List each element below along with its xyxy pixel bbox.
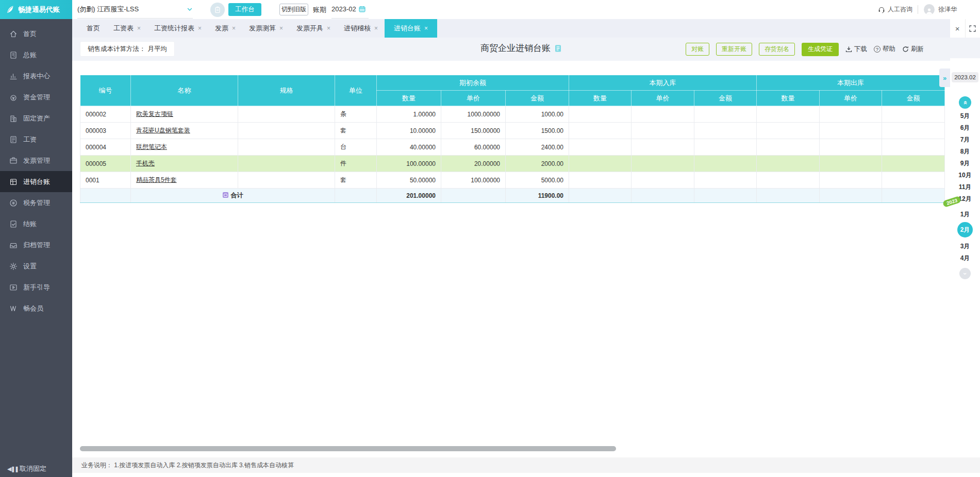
sidebar-item-guide[interactable]: 新手引导 bbox=[0, 277, 72, 298]
user-name[interactable]: 徐泽华 bbox=[938, 0, 957, 19]
month-6月[interactable]: 6月 bbox=[950, 123, 980, 133]
cost-method-label: 销售成本计算方法： bbox=[88, 45, 146, 54]
period-value: 2023-02 bbox=[331, 5, 356, 13]
close-tab-icon[interactable]: × bbox=[374, 25, 378, 31]
reopen-books-button[interactable]: 重新开账 bbox=[716, 43, 752, 56]
sidebar-item-purchase-sale-ledger[interactable]: 进销台账 bbox=[0, 171, 72, 192]
close-tab-icon[interactable]: × bbox=[279, 25, 283, 31]
tab-发票测算[interactable]: 发票测算× bbox=[242, 19, 290, 38]
company-select[interactable]: (勿删) 江西服宝-LSS bbox=[77, 0, 193, 19]
tab-label: 发票开具 bbox=[296, 24, 323, 33]
unpin-sidebar-button[interactable]: ◀❚❚ 取消固定 bbox=[7, 464, 46, 473]
app-title: 畅捷通易代账 bbox=[18, 5, 60, 14]
sub-header: 数量 bbox=[569, 91, 632, 106]
period-picker[interactable]: 2023-02 bbox=[331, 0, 369, 19]
sub-header: 金额 bbox=[694, 91, 757, 106]
collapse-panel-icon[interactable]: » bbox=[939, 69, 950, 87]
tab-首页[interactable]: 首页 bbox=[80, 19, 107, 38]
sidebar-item-funds[interactable]: 资金管理 bbox=[0, 87, 72, 108]
cell-out-amount bbox=[882, 172, 945, 189]
cell-spec bbox=[238, 156, 335, 172]
month-1月[interactable]: 1月 bbox=[950, 209, 980, 220]
cell-out-price bbox=[820, 123, 882, 139]
document-icon[interactable] bbox=[554, 44, 562, 53]
cell-open-price: 150.00000 bbox=[441, 123, 506, 139]
table-row: 0001精品茶具5件套套50.00000100.000005000.00 bbox=[80, 172, 945, 189]
help-button[interactable]: ? 帮助 bbox=[874, 45, 895, 54]
cell-in-amount bbox=[694, 139, 757, 156]
tab-进销稽核[interactable]: 进销稽核× bbox=[337, 19, 385, 38]
download-button[interactable]: 下载 bbox=[845, 45, 867, 54]
total-empty bbox=[80, 189, 131, 203]
scroll-months-up-icon[interactable]: » bbox=[959, 96, 971, 109]
close-tab-icon[interactable]: × bbox=[327, 25, 330, 31]
total-open-price bbox=[441, 189, 506, 203]
item-name-link[interactable]: 联想笔记本 bbox=[136, 143, 167, 150]
tab-进销台账[interactable]: 进销台账× bbox=[385, 19, 437, 38]
reconcile-button[interactable]: 对账 bbox=[686, 43, 709, 56]
workbench-button[interactable]: 工作台 bbox=[228, 3, 261, 16]
cell-code: 0001 bbox=[80, 172, 131, 189]
tab-工资表[interactable]: 工资表× bbox=[107, 19, 147, 38]
sidebar-item-tax[interactable]: 税务管理 bbox=[0, 192, 72, 213]
item-name-link[interactable]: 精品茶具5件套 bbox=[136, 176, 177, 183]
tab-工资统计报表[interactable]: 工资统计报表× bbox=[147, 19, 208, 38]
sub-header: 金额 bbox=[506, 91, 569, 106]
header-row-groups: 编号名称规格单位期初余额本期入库本期出库 bbox=[80, 75, 945, 91]
item-name-link[interactable]: 手机壳 bbox=[136, 160, 155, 167]
business-note-bar: 业务说明： 1.按进项发票自动入库 2.按销项发票自动出库 3.销售成本自动核算 bbox=[72, 457, 980, 473]
switch-old-version-button[interactable]: 切到旧版 bbox=[279, 4, 308, 15]
cell-open-amount: 1500.00 bbox=[506, 123, 569, 139]
month-2月[interactable]: 2月 bbox=[957, 222, 973, 237]
month-3月[interactable]: 3月 bbox=[950, 241, 980, 252]
invoice-icon bbox=[9, 157, 18, 165]
ledger-table: 编号名称规格单位期初余额本期入库本期出库数量单价金额数量单价金额数量单价金额 0… bbox=[80, 75, 945, 203]
clipboard-icon[interactable] bbox=[210, 3, 225, 17]
generate-voucher-button[interactable]: 生成凭证 bbox=[802, 43, 839, 56]
item-name-link[interactable]: 青花瓷U盘钢笔套装 bbox=[136, 127, 190, 134]
cell-out-price bbox=[820, 106, 882, 123]
close-tab-icon[interactable]: × bbox=[198, 25, 202, 31]
sidebar-item-invoice[interactable]: 发票管理 bbox=[0, 150, 72, 171]
month-5月[interactable]: 5月 bbox=[950, 111, 980, 122]
close-tab-icon[interactable]: × bbox=[137, 25, 141, 31]
month-7月[interactable]: 7月 bbox=[950, 134, 980, 145]
tab-发票[interactable]: 发票× bbox=[208, 19, 242, 38]
fullscreen-icon[interactable] bbox=[966, 19, 980, 38]
sidebar-item-member[interactable]: 畅会员 bbox=[0, 298, 72, 319]
sidebar-item-fixed-assets[interactable]: 固定资产 bbox=[0, 108, 72, 129]
closing-icon bbox=[9, 220, 18, 228]
download-icon bbox=[845, 46, 852, 53]
live-consult-link[interactable]: 人工咨询 bbox=[878, 0, 912, 19]
sidebar-item-home[interactable]: 首页 bbox=[0, 23, 72, 44]
month-4月[interactable]: 4月 bbox=[950, 253, 980, 264]
tab-发票开具[interactable]: 发票开具× bbox=[290, 19, 337, 38]
item-name-link[interactable]: 欧美复古项链 bbox=[136, 110, 173, 117]
close-tab-icon[interactable]: × bbox=[232, 25, 236, 31]
sidebar-item-general-ledger[interactable]: 总账 bbox=[0, 44, 72, 65]
stock-alias-button[interactable]: 存货别名 bbox=[759, 43, 795, 56]
sidebar-item-payroll[interactable]: 工资 bbox=[0, 129, 72, 150]
close-tab-icon[interactable]: × bbox=[424, 25, 428, 31]
sidebar-item-archive[interactable]: 归档管理 bbox=[0, 234, 72, 255]
month-11月[interactable]: 11月 bbox=[950, 182, 980, 193]
sidebar-item-settings[interactable]: 设置 bbox=[0, 255, 72, 277]
col-header: 单位 bbox=[335, 75, 377, 106]
cell-out-qty bbox=[757, 139, 820, 156]
sidebar-item-closing[interactable]: 结账 bbox=[0, 213, 72, 234]
group-header: 期初余额 bbox=[377, 75, 569, 91]
month-10月[interactable]: 10月 bbox=[950, 170, 980, 181]
sidebar-item-label: 固定资产 bbox=[23, 114, 50, 123]
cell-open-qty: 100.00000 bbox=[377, 156, 441, 172]
horizontal-scrollbar[interactable] bbox=[80, 446, 616, 451]
month-9月[interactable]: 9月 bbox=[950, 158, 980, 169]
refresh-button[interactable]: 刷新 bbox=[902, 45, 924, 54]
sub-header: 数量 bbox=[377, 91, 441, 106]
sidebar-item-report-center[interactable]: 报表中心 bbox=[0, 65, 72, 87]
scroll-months-down-icon[interactable]: › bbox=[959, 268, 971, 279]
user-avatar[interactable] bbox=[924, 4, 935, 15]
sub-header: 单价 bbox=[632, 91, 694, 106]
cell-in-qty bbox=[569, 123, 632, 139]
close-tabs-icon[interactable]: × bbox=[950, 19, 966, 38]
month-8月[interactable]: 8月 bbox=[950, 146, 980, 157]
